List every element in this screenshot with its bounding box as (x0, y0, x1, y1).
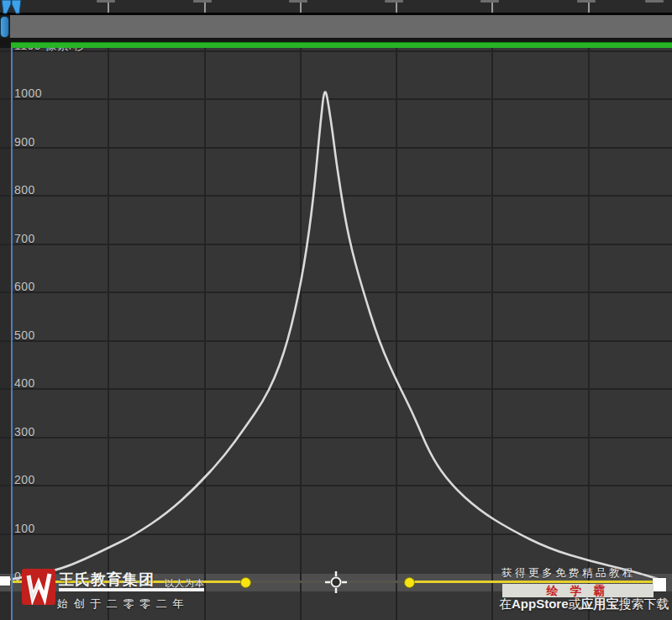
logo-w-icon (22, 569, 55, 605)
graph-editor-window: 1100 像素/秒1000900800700600500400300200100… (0, 0, 672, 620)
current-time-indicator-line[interactable] (11, 14, 13, 620)
keyframe-dot[interactable] (404, 577, 415, 588)
right-edge-keyframe[interactable] (653, 578, 666, 591)
ruler-time-label-clipped (97, 0, 115, 3)
navigator-left-handle[interactable] (0, 16, 9, 38)
ruler-tick (108, 2, 109, 13)
keyframe-dot[interactable] (240, 577, 251, 588)
left-edge-keyframe[interactable] (0, 576, 10, 586)
ruler-time-label-clipped (385, 0, 403, 3)
watermark-promo-text: 获 得 更 多 免 费 精 品 教 程 (501, 566, 633, 581)
ruler-tick (396, 2, 397, 13)
watermark-underline (59, 588, 204, 591)
time-ruler[interactable] (0, 0, 672, 15)
ruler-tick (300, 2, 302, 13)
appstore-name: AppStore (512, 596, 569, 611)
timeline-navigator-bar[interactable] (10, 15, 672, 38)
ruler-time-label-clipped (193, 0, 212, 3)
ruler-time-label-clipped (645, 0, 664, 3)
ruler-time-label-clipped (480, 0, 499, 3)
ruler-tick (588, 2, 590, 13)
watermark-appstore-text: 在AppStore或应用宝搜索下载 (499, 596, 669, 612)
appstore-or: 或 (569, 596, 581, 611)
yingyongbao-name: 应用宝 (581, 596, 619, 611)
huixueba-badge: 绘 学 霸 (502, 584, 654, 597)
work-area-left-gap (0, 42, 11, 48)
ruler-tick (491, 2, 493, 13)
appstore-prefix: 在 (499, 596, 512, 611)
ruler-time-label-clipped (289, 0, 307, 3)
ruler-tick (204, 2, 206, 13)
watermark-company-name: 王氏教育集团 (59, 570, 155, 590)
appstore-suffix: 搜索下载 (619, 596, 669, 611)
watermark-founded-text: 始 创 于 二 零 零 二 年 (57, 596, 185, 612)
work-area-bar[interactable] (11, 42, 672, 48)
speed-graph-area: 1100 像素/秒1000900800700600500400300200100… (0, 0, 672, 620)
speed-curve[interactable] (4, 92, 658, 581)
speed-curve-canvas (0, 0, 672, 620)
playhead-marker[interactable] (1, 0, 23, 14)
ruler-time-label-clipped (577, 0, 596, 3)
wangshi-logo (22, 569, 55, 605)
crosshair-cursor-icon (323, 569, 349, 596)
